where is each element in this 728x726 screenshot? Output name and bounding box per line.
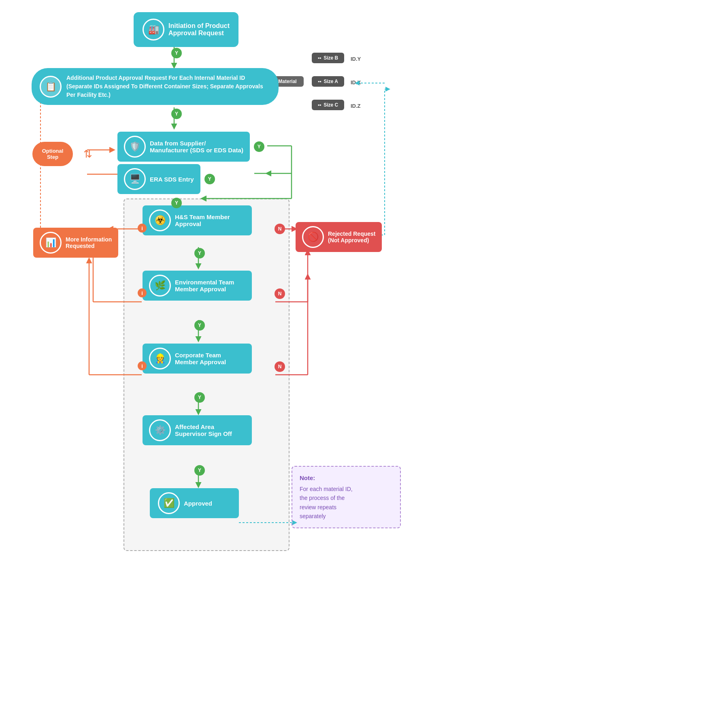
arrows-icon: ⇅ [78,142,98,166]
note-title: Note: [300,473,393,483]
badge-y-era: Y [204,174,215,184]
id-y-label: ID.Y [351,56,361,62]
id-x-label: ID.X [351,79,361,85]
flow-diagram: 🏭 Initiation of Product Approval Request… [0,0,445,709]
badge-y-corp: Y [194,392,205,403]
worker-icon: 👷 [149,348,171,369]
size-a-box: ▪▪ Size A [312,76,344,87]
env-approval-node: 🌿 Environmental Team Member Approval [143,271,252,301]
badge-n-corp: N [275,361,285,372]
factory-icon: 🏭 [143,19,164,41]
computer-icon: 🖥️ [124,168,146,190]
info-icon: 📊 [40,232,62,254]
supervisor-node: ⚙️ Affected Area Supervisor Sign Off [143,415,252,445]
more-info-node: 📊 More Information Requested [33,228,118,258]
additional-request-label: Additional Product Approval Request For … [66,74,270,99]
note-text: For each material ID, the process of the… [300,486,353,519]
rejected-label: Rejected Request (Not Approved) [328,231,375,243]
hs-approval-label: H&S Team Member Approval [175,214,230,227]
optional-step-label: Optional Step [42,148,64,160]
rejected-icon: 🚫 [302,226,324,248]
info-badge-env: i [138,288,147,297]
badge-y-hs: Y [194,248,205,258]
initiation-node: 🏭 Initiation of Product Approval Request [134,12,238,47]
initiation-label: Initiation of Product Approval Request [168,22,230,37]
checkmark-icon: ✅ [158,492,180,514]
era-sds-node: 🖥️ ERA SDS Entry Y [117,164,211,194]
approved-node: ✅ Approved [150,488,239,518]
badge-n-env: N [275,288,285,299]
id-z-label: ID.Z [351,103,361,109]
badge-n-hs: N [275,224,285,234]
supervisor-icon: ⚙️ [149,419,171,441]
badge-y-initiation: Y [171,48,182,58]
size-b-box: ▪▪ Size B [312,53,344,63]
badge-y-supervisor: Y [194,465,205,476]
badge-y-enter-box: Y [171,198,182,208]
badge-y-supplier: Y [254,141,264,152]
badge-y-env: Y [194,320,205,331]
shield-icon: 🛡️ [124,136,146,158]
supervisor-label: Affected Area Supervisor Sign Off [175,423,232,437]
size-c-box: ▪▪ Size C [312,100,344,110]
approved-label: Approved [184,500,212,507]
optional-step-node: Optional Step ⇅ [32,142,73,166]
era-sds-label: ERA SDS Entry [150,176,194,183]
info-badge-corp: i [138,361,147,370]
biohazard-icon: ☣️ [149,209,171,231]
info-badge-hs: i [138,224,147,233]
hs-approval-node: ☣️ H&S Team Member Approval [143,205,252,235]
more-info-label: More Information Requested [66,236,112,249]
additional-request-node: 📋 Additional Product Approval Request Fo… [32,68,279,105]
data-supplier-node: 🛡️ Data from Supplier/ Manufacturer (SDS… [117,132,260,162]
rejected-node: 🚫 Rejected Request (Not Approved) [296,222,382,252]
data-supplier-label: Data from Supplier/ Manufacturer (SDS or… [150,140,243,154]
env-approval-label: Environmental Team Member Approval [175,279,234,293]
note-box: Note: For each material ID, the process … [292,466,401,528]
corp-approval-node: 👷 Corporate Team Member Approval [143,344,252,374]
leaf-icon: 🌿 [149,275,171,297]
clipboard-icon: 📋 [40,76,62,98]
corp-approval-label: Corporate Team Member Approval [175,352,226,365]
badge-y-additional: Y [171,109,182,119]
